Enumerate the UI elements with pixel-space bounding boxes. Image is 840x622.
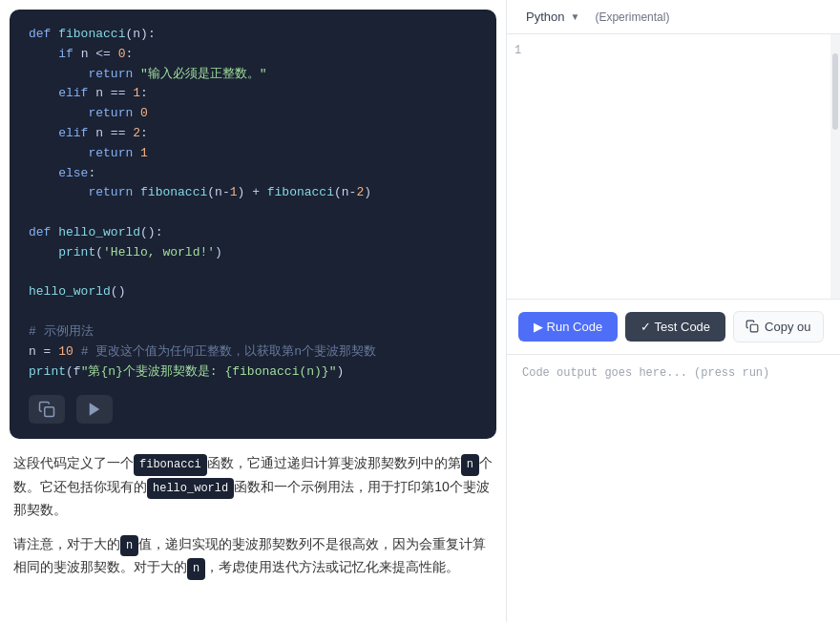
code-line: print('Hello, world!') [29,243,477,263]
desc-text-5: 请注意，对于大的 [13,536,120,551]
code-actions [29,395,477,424]
code-line: hello_world() [29,282,477,302]
scrollbar-thumb [832,53,838,130]
description-para2: 请注意，对于大的n值，递归实现的斐波那契数列不是很高效，因为会重复计算相同的斐波… [13,533,493,580]
experimental-badge: (Experimental) [595,10,669,24]
copy-output-button[interactable]: Copy ou [733,311,823,342]
code-line: def fibonacci(n): [29,25,477,45]
n-tag-1: n [461,454,479,475]
test-code-button[interactable]: ✓ Test Code [625,312,725,342]
code-line: elif n == 1: [29,84,477,104]
description-para1: 这段代码定义了一个fibonacci函数，它通过递归计算斐波那契数列中的第n个数… [13,452,493,522]
desc-text-1: 这段代码定义了一个 [13,455,134,470]
code-line: return 1 [29,144,477,164]
description-area: 这段代码定义了一个fibonacci函数，它通过递归计算斐波那契数列中的第n个数… [10,452,496,591]
code-editor: def fibonacci(n): if n <= 0: return "输入必… [10,10,496,439]
test-code-label: ✓ Test Code [640,320,710,334]
code-line: if n <= 0: [29,45,477,65]
copy-output-icon [746,320,759,333]
code-line: n = 10 # 更改这个值为任何正整数，以获取第n个斐波那契数 [29,342,477,363]
lang-label: Python [526,10,564,24]
svg-rect-0 [45,407,54,417]
hello-world-tag: hello_world [147,478,234,499]
code-line [29,263,477,283]
code-line: else: [29,164,477,184]
line-number: 1 [514,44,521,57]
code-line: # 示例用法 [29,322,477,342]
right-panel: Python ▼ (Experimental) 1 ▶ Run Code ✓ T… [506,0,840,622]
output-area: Code output goes here... (press run) [507,355,840,623]
copy-output-label: Copy ou [765,320,810,334]
code-line [29,203,477,223]
copy-button[interactable] [29,395,65,424]
code-line: print(f"第{n}个斐波那契数是: {fibonacci(n)}") [29,363,477,383]
code-line: return 0 [29,104,477,124]
code-line: elif n == 2: [29,124,477,144]
left-panel: def fibonacci(n): if n <= 0: return "输入必… [0,0,506,622]
code-line [29,302,477,322]
run-button[interactable] [76,395,113,424]
n-tag-2: n [120,535,138,556]
chevron-down-icon: ▼ [570,11,579,22]
right-editor-area[interactable]: 1 [507,34,840,300]
right-header: Python ▼ (Experimental) [507,0,840,34]
run-code-button[interactable]: ▶ Run Code [518,312,618,342]
run-code-label: ▶ Run Code [534,320,602,334]
n-tag-3: n [187,558,205,579]
svg-rect-2 [750,324,758,332]
code-line: return "输入必须是正整数。" [29,65,477,85]
code-line: return fibonacci(n-1) + fibonacci(n-2) [29,183,477,203]
right-actions: ▶ Run Code ✓ Test Code Copy ou [507,300,840,355]
output-placeholder: Code output goes here... (press run) [522,366,769,380]
scrollbar[interactable] [830,34,840,299]
code-line: def hello_world(): [29,223,477,243]
language-select[interactable]: Python ▼ [518,6,587,28]
desc-text-2: 函数，它通过递归计算斐波那契数列中的第 [207,455,461,470]
play-icon [86,401,103,418]
desc-text-7: ，考虑使用迭代方法或记忆化来提高性能。 [205,559,459,574]
fibonacci-tag: fibonacci [134,454,207,475]
svg-marker-1 [90,404,100,417]
copy-icon [38,401,55,418]
